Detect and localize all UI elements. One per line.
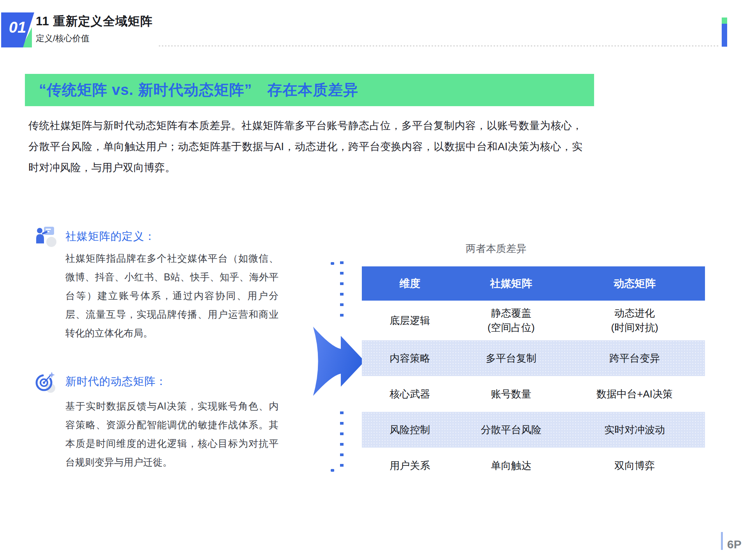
row-value: 单向触达 — [458, 458, 564, 473]
target-icon — [34, 371, 57, 393]
header-dotted-divider — [159, 45, 719, 47]
page-title: 11 重新定义全域矩阵 — [36, 13, 153, 30]
row-dimension-label: 底层逻辑 — [362, 313, 458, 328]
table-row: 底层逻辑静态覆盖(空间占位)动态进化(时间对抗) — [362, 301, 705, 340]
row-value: 数据中台+AI决策 — [564, 387, 705, 401]
connector-dotted-line-top — [340, 261, 344, 324]
section-banner: “传统矩阵 vs. 新时代动态矩阵” 存在本质差异 — [25, 74, 594, 106]
comparison-body: 底层逻辑静态覆盖(空间占位)动态进化(时间对抗)内容策略多平台复制跨平台变异核心… — [362, 301, 705, 483]
chapter-number: 01 — [5, 19, 30, 36]
row-value: 多平台复制 — [458, 351, 564, 366]
table-row: 核心武器账号数量数据中台+AI决策 — [362, 376, 705, 412]
slide: 01 11 重新定义全域矩阵 定义/核心价值 “传统矩阵 vs. 新时代动态矩阵… — [0, 0, 747, 560]
corner-accent-green — [722, 18, 727, 24]
intro-paragraph: 传统社媒矩阵与新时代动态矩阵有本质差异。社媒矩阵靠多平台账号静态占位，多平台复制… — [28, 115, 582, 178]
row-value: 分散平台风险 — [458, 423, 564, 437]
row-dimension-label: 风险控制 — [362, 423, 458, 437]
row-value: 实时对冲波动 — [564, 423, 705, 437]
table-row: 风险控制分散平台风险实时对冲波动 — [362, 412, 705, 448]
section-1-body: 社媒矩阵指品牌在多个社交媒体平台（如微信、微博、抖音、小红书、B站、快手、知乎、… — [65, 249, 279, 342]
corner-accent-blue — [722, 24, 727, 47]
section-2-body: 基于实时数据反馈与AI决策，实现账号角色、内容策略、资源分配智能调优的敏捷作战体… — [65, 397, 279, 471]
table-row: 用户关系单向触达双向博弈 — [362, 448, 705, 483]
row-value: 动态进化(时间对抗) — [564, 306, 705, 335]
row-value: 跨平台变异 — [564, 351, 705, 366]
comparison-table: 维度社媒矩阵动态矩阵 底层逻辑静态覆盖(空间占位)动态进化(时间对抗)内容策略多… — [362, 266, 705, 483]
connector-dot — [331, 262, 334, 265]
row-dimension-label: 内容策略 — [362, 351, 458, 366]
arrow-right-icon — [311, 327, 366, 396]
column-header: 维度 — [362, 276, 458, 291]
row-value: 静态覆盖(空间占位) — [458, 306, 564, 335]
page-number-accent-bar — [721, 532, 723, 550]
connector-dot — [331, 469, 334, 472]
comparison-title: 两者本质差异 — [372, 242, 621, 256]
comparison-header-row: 维度社媒矩阵动态矩阵 — [362, 266, 705, 301]
section-1-heading: 社媒矩阵的定义： — [65, 229, 156, 244]
connector-dotted-line-bottom — [340, 411, 344, 473]
column-header: 社媒矩阵 — [458, 276, 564, 291]
page-subtitle: 定义/核心价值 — [36, 33, 89, 44]
presenter-icon — [35, 226, 58, 248]
banner-title: “传统矩阵 vs. 新时代动态矩阵” 存在本质差异 — [25, 80, 358, 100]
section-2-heading: 新时代的动态矩阵： — [65, 374, 167, 389]
column-header: 动态矩阵 — [564, 276, 705, 291]
row-value: 双向博弈 — [564, 458, 705, 473]
page-number: 6P — [727, 538, 742, 551]
row-value: 账号数量 — [458, 387, 564, 401]
table-row: 内容策略多平台复制跨平台变异 — [362, 340, 705, 376]
row-dimension-label: 核心武器 — [362, 387, 458, 401]
row-dimension-label: 用户关系 — [362, 458, 458, 473]
